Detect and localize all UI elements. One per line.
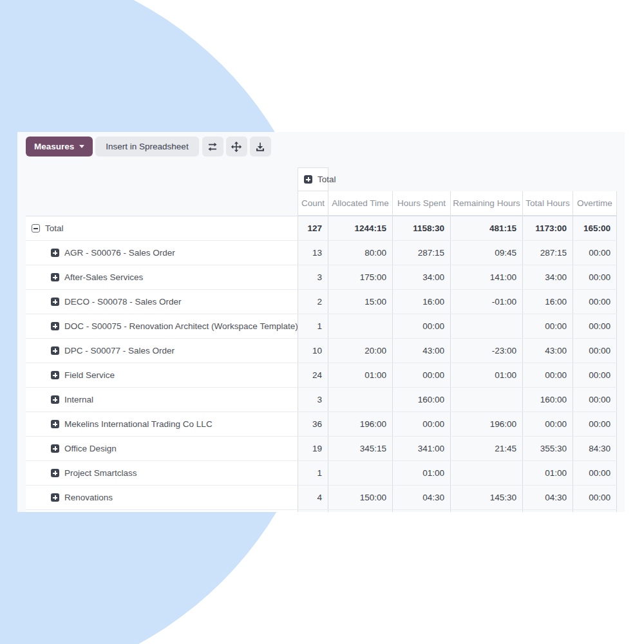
row-header[interactable]: Internal [26, 388, 298, 412]
measures-button-label: Measures [34, 142, 74, 151]
measure-header-overtime[interactable]: Overtime [573, 191, 617, 216]
expand-icon [51, 298, 59, 306]
pivot-cell: 1 [298, 314, 328, 338]
pivot-cell: 1 [298, 461, 328, 485]
pivot-cell: 2 [298, 290, 328, 314]
pivot-cell: 00:00 [573, 486, 617, 509]
row-header[interactable]: DOC - S00075 - Renovation Architect (Wor… [26, 314, 298, 338]
pivot-cell [328, 314, 393, 338]
expand-icon [51, 493, 59, 502]
pivot-cell: 00:00 [573, 290, 617, 314]
pivot-cell: 00:00 [573, 241, 617, 265]
pivot-cell: -01:00 [451, 290, 523, 314]
pivot-cell: 00:00 [523, 363, 573, 387]
expand-icon [51, 371, 59, 379]
pivot-cell: 341:00 [393, 437, 451, 460]
measure-header-allocated-time[interactable]: Allocated Time [328, 191, 393, 216]
pivot-cell: 481:15 [451, 216, 523, 240]
pivot-cell: 21:45 [451, 437, 523, 460]
column-group-header-label: Total [317, 175, 336, 184]
expand-icon [51, 322, 59, 330]
pivot-cell: 34:00 [393, 265, 451, 289]
row-header-label: Field Service [64, 370, 115, 380]
row-header[interactable]: Project Smartclass [26, 461, 298, 485]
row-header-label: Renovations [64, 493, 113, 502]
pivot-cell: 16:00 [393, 290, 451, 314]
pivot-cell: 24 [298, 363, 328, 387]
row-header[interactable]: Mekelins International Trading Co LLC [26, 412, 298, 436]
row-header-label: AGR - S00076 - Sales Order [64, 248, 175, 258]
row-header[interactable]: DECO - S00078 - Sales Order [26, 290, 298, 314]
pivot-cell: 04:30 [393, 486, 451, 509]
pivot-cell: 00:00 [573, 314, 617, 338]
measure-header-total-hours[interactable]: Total Hours [523, 191, 573, 216]
pivot-cell: 80:00 [328, 241, 393, 265]
pivot-cell: 150:00 [328, 486, 393, 509]
expand-icon [51, 420, 59, 428]
pivot-cell: 01:00 [328, 363, 393, 387]
row-header[interactable]: Field Service [26, 363, 298, 387]
download-button[interactable] [250, 137, 271, 156]
table-row: Total 127 1244:15 1158:30 481:15 1173:00… [26, 216, 617, 241]
insert-in-spreadsheet-button[interactable]: Insert in Spreadsheet [95, 137, 198, 156]
pivot-cell: 84:30 [573, 437, 617, 460]
measures-button[interactable]: Measures [26, 137, 93, 156]
pivot-cell: 1158:30 [393, 216, 451, 240]
pivot-cell: 36 [298, 412, 328, 436]
download-icon [254, 141, 266, 153]
row-header-label: Internal [64, 395, 93, 404]
pivot-cell: 145:30 [451, 486, 523, 509]
row-header-label: Project Smartclass [64, 468, 137, 478]
column-group-header-cell[interactable]: Total [298, 167, 328, 191]
measure-header-remaining-hours[interactable]: Remaining Hours [451, 191, 523, 216]
table-row: Internal 3 160:00 160:00 00:00 [26, 388, 617, 412]
pivot-cell [328, 461, 393, 485]
table-row: DOC - S00075 - Renovation Architect (Wor… [26, 314, 617, 339]
pivot-panel: Measures Insert in Spreadsheet [17, 132, 625, 512]
measure-header-row: CountAllocated TimeHours SpentRemaining … [26, 191, 617, 216]
row-header[interactable]: Total [26, 216, 298, 240]
expand-all-icon [231, 141, 242, 153]
row-header[interactable]: AGR - S00076 - Sales Order [26, 241, 298, 265]
pivot-cell: 09:45 [451, 241, 523, 265]
pivot-corner-spacer [26, 167, 298, 191]
expand-all-button[interactable] [226, 137, 247, 156]
pivot-cell: 00:00 [573, 388, 617, 412]
row-header[interactable]: Renovations [26, 486, 298, 509]
table-row: Project Smartclass 1 01:00 01:00 00:00 [26, 461, 617, 486]
flip-axis-button[interactable] [202, 137, 223, 156]
table-row: After-Sales Services 3 175:00 34:00 141:… [26, 265, 617, 290]
pivot-cell [328, 388, 393, 412]
pivot-cell: 00:00 [573, 339, 617, 363]
pivot-cell [451, 314, 523, 338]
pivot-cell: 196:00 [451, 412, 523, 436]
pivot-cell: 160:00 [393, 388, 451, 412]
measure-header-count[interactable]: Count [298, 191, 328, 216]
pivot-cell: -23:00 [451, 339, 523, 363]
row-header-label: DOC - S00075 - Renovation Architect (Wor… [64, 321, 298, 331]
row-header[interactable]: Office Design [26, 437, 298, 460]
pivot-cell: 19 [298, 437, 328, 460]
pivot-cell: 1173:00 [523, 216, 573, 240]
pivot-cell: 01:00 [523, 461, 573, 485]
pivot-cell: 196:00 [328, 412, 393, 436]
pivot-cell: 287:15 [393, 241, 451, 265]
pivot-cell: 287:15 [523, 241, 573, 265]
pivot-cell: 345:15 [328, 437, 393, 460]
pivot-cell: 43:00 [523, 339, 573, 363]
pivot-cell: 3 [298, 388, 328, 412]
row-header-label: DPC - S00077 - Sales Order [64, 346, 175, 355]
table-row: DECO - S00078 - Sales Order 2 15:00 16:0… [26, 290, 617, 314]
table-row: Mekelins International Trading Co LLC 36… [26, 412, 617, 437]
chevron-down-icon [79, 145, 84, 148]
expand-icon [51, 469, 59, 477]
measure-header-hours-spent[interactable]: Hours Spent [393, 191, 451, 216]
pivot-cell [451, 388, 523, 412]
pivot-cell: 160:00 [523, 388, 573, 412]
insert-in-spreadsheet-label: Insert in Spreadsheet [106, 142, 188, 151]
row-header[interactable]: After-Sales Services [26, 265, 298, 289]
pivot-cell: 175:00 [328, 265, 393, 289]
pivot-table: Total CountAllocated TimeHours SpentRema… [26, 167, 617, 512]
flip-axis-icon [207, 141, 218, 153]
row-header[interactable]: DPC - S00077 - Sales Order [26, 339, 298, 363]
